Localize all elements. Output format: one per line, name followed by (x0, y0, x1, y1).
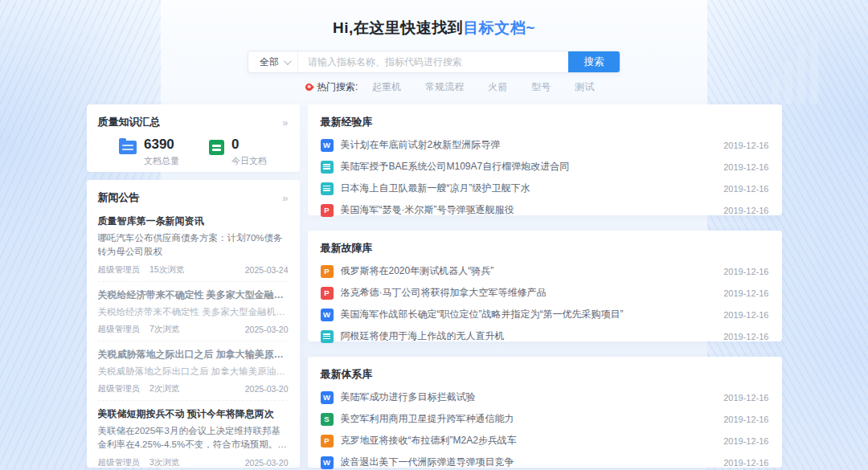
library-row[interactable]: P 克罗地亚将接收“布拉德利”M2A2步兵战车 2019-12-16 (321, 430, 769, 452)
search-button[interactable]: 搜索 (568, 51, 620, 72)
category-select[interactable]: 全部 (248, 51, 298, 72)
stat-label: 文档总量 (144, 155, 179, 167)
news-item-title[interactable]: 质量智库第一条新闻资讯 (98, 215, 289, 228)
library-row[interactable]: 美陆军授予BAE系统公司M109A7自行榴弹炮改进合同 2019-12-16 (321, 156, 769, 178)
library-row-date: 2019-12-16 (723, 206, 768, 215)
library-row[interactable]: P 美国海军“瑟曼·米尔斯”号导弹驱逐舰服役 2019-12-16 (321, 199, 769, 221)
news-item-date: 2025-03-20 (245, 458, 289, 468)
stat-item: 6390 文档总量 (119, 137, 179, 167)
hot-search-tag[interactable]: 测试 (575, 80, 594, 94)
library-row-title[interactable]: 美陆军成功进行多目标拦截试验 (341, 390, 707, 404)
library-row-title[interactable]: 美陆军授予BAE系统公司M109A7自行榴弹炮改进合同 (341, 160, 707, 174)
library-list: W 美计划在年底前试射2枚新型洲际导弹 2019-12-16 美陆军授予BAE系… (321, 134, 769, 221)
chevron-down-icon (284, 57, 292, 65)
news-item-meta: 超级管理员 15次浏览 2025-03-24 (98, 264, 289, 276)
excel-icon: S (321, 413, 334, 426)
library-row-date: 2019-12-16 (723, 393, 768, 403)
library-row-title[interactable]: 美计划在年底前试射2枚新型洲际导弹 (341, 138, 707, 152)
news-item-date: 2025-03-20 (245, 384, 289, 394)
library-row-date: 2019-12-16 (723, 332, 768, 341)
news-item-views: 15次浏览 (149, 264, 184, 276)
document-search-portal: Hi,在这里快速找到目标文档~ 全部 搜索 热门搜索: 起重机常规流程火箭型号测… (0, 0, 868, 470)
txt-icon (321, 330, 334, 343)
library-row-title[interactable]: 克罗地亚将接收“布拉德利”M2A2步兵战车 (341, 434, 707, 448)
hot-search-tag[interactable]: 常规流程 (425, 80, 464, 94)
txt-icon (321, 161, 334, 174)
library-card-title: 最新故障库 (321, 241, 373, 255)
library-row-date: 2019-12-16 (723, 310, 768, 320)
right-column: 最新经验库 W 美计划在年底前试射2枚新型洲际导弹 2019-12-16 美陆军… (308, 104, 782, 468)
library-row-title[interactable]: 日本海上自卫队最新一艘“凉月”级护卫舰下水 (341, 182, 707, 195)
library-row-title[interactable]: 俄罗斯将在2020年测试机器人“骑兵” (341, 264, 707, 278)
library-row[interactable]: S 美空军利用商用卫星提升跨军种通信能力 2019-12-16 (321, 408, 769, 430)
search-bar: 全部 搜索 (248, 51, 620, 73)
library-row-title[interactable]: 美空军利用商用卫星提升跨军种通信能力 (341, 412, 707, 426)
folder-icon (119, 141, 137, 154)
flame-icon (304, 82, 314, 92)
green-doc-icon (209, 140, 224, 155)
library-row-title[interactable]: 阿根廷将使用于海上作战的无人直升机 (341, 329, 707, 343)
news-item[interactable]: 关税威胁落地之际出口之后 加拿大输美原油量两年来最高 关税威胁落地之际出口之后 … (98, 341, 289, 401)
library-row-date: 2019-12-16 (723, 184, 768, 194)
page-title-highlight: 目标文档~ (463, 19, 535, 36)
txt-icon (321, 182, 334, 195)
hot-search-label: 热门搜索: (317, 80, 358, 94)
library-row-title[interactable]: 洛克希德·马丁公司将获得加拿大空军等维修产品 (341, 286, 707, 300)
library-row[interactable]: 阿根廷将使用于海上作战的无人直升机 2019-12-16 (321, 325, 769, 347)
news-item-meta: 超级管理员 7次浏览 2025-03-20 (98, 324, 289, 335)
hot-search-row: 热门搜索: 起重机常规流程火箭型号测试 (248, 80, 620, 94)
hot-search-tag[interactable]: 型号 (531, 80, 551, 94)
library-row[interactable]: W 美计划在年底前试射2枚新型洲际导弹 2019-12-16 (321, 134, 769, 156)
library-row-title[interactable]: 波音退出美下一代洲际弹道导弹项目竞争 (341, 456, 707, 469)
news-item-views: 3次浏览 (149, 457, 179, 468)
news-item-views: 7次浏览 (149, 324, 179, 335)
library-row-date: 2019-12-16 (723, 141, 768, 150)
library-card: 最新经验库 W 美计划在年底前试射2枚新型洲际导弹 2019-12-16 美陆军… (308, 104, 782, 215)
left-column: 质量知识汇总 » 6390 文档总量 0 今日文档 新闻公告 » 质量智库第一条… (87, 104, 300, 468)
news-item-author: 超级管理员 (98, 264, 141, 276)
ppt-icon: P (321, 265, 334, 278)
news-item-title[interactable]: 关税给经济带来不确定性 美多家大型金融机构裁员 (98, 288, 289, 302)
hot-search-tag[interactable]: 火箭 (488, 80, 507, 94)
stat-value: 0 (231, 137, 267, 153)
library-row[interactable]: 日本海上自卫队最新一艘“凉月”级护卫舰下水 2019-12-16 (321, 178, 769, 199)
category-select-value: 全部 (260, 55, 279, 69)
news-item-desc: 关税威胁落地之际出口之后 加拿大输美原油量两年来最高 (98, 365, 289, 378)
hot-search-tag[interactable]: 起重机 (372, 80, 401, 94)
word-icon: W (321, 139, 334, 152)
library-list: W 美陆军成功进行多目标拦截试验 2019-12-16S 美空军利用商用卫星提升… (321, 386, 769, 470)
news-card-more-icon[interactable]: » (282, 193, 288, 203)
news-item[interactable]: 美联储短期按兵不动 预计今年将降息两次 美联储在2025年3月的会议上决定维持联… (98, 401, 289, 468)
news-item-date: 2025-03-20 (245, 325, 289, 334)
library-list: P 俄罗斯将在2020年测试机器人“骑兵” 2019-12-16P 洛克希德·马… (321, 260, 769, 347)
library-row[interactable]: W 美国海军作战部长确定“职位定位”战略并指定为“第一优先采购项目” 2019-… (321, 304, 769, 325)
word-icon: W (321, 309, 334, 321)
word-icon: W (321, 391, 334, 404)
news-item-title[interactable]: 关税威胁落地之际出口之后 加拿大输美原油量两年来最高 (98, 348, 289, 362)
news-item-desc: 美联储在2025年3月的会议上决定维持联邦基金利率在4.25%-4.5%不变，符… (98, 424, 289, 452)
library-row-date: 2019-12-16 (723, 458, 768, 468)
news-item-meta: 超级管理员 2次浏览 2025-03-20 (98, 383, 289, 394)
search-input[interactable] (298, 51, 568, 72)
library-row[interactable]: W 波音退出美下一代洲际弹道导弹项目竞争 2019-12-16 (321, 452, 769, 470)
knowledge-summary-title: 质量知识汇总 (98, 115, 161, 129)
library-row-title[interactable]: 美国海军作战部长确定“职位定位”战略并指定为“第一优先采购项目” (341, 308, 707, 321)
stats-row: 6390 文档总量 0 今日文档 (98, 137, 289, 167)
library-row[interactable]: P 洛克希德·马丁公司将获得加拿大空军等维修产品 2019-12-16 (321, 282, 769, 304)
news-item-title[interactable]: 美联储短期按兵不动 预计今年将降息两次 (98, 407, 289, 421)
hero-section: Hi,在这里快速找到目标文档~ 全部 搜索 热门搜索: 起重机常规流程火箭型号测… (0, 0, 868, 94)
knowledge-summary-more-icon[interactable]: » (282, 117, 288, 128)
news-item[interactable]: 质量智库第一条新闻资讯 哪吒汽车公布供应商债务方案：计划70%债务转为母公司股权… (98, 208, 289, 282)
library-card-title: 最新经验库 (321, 115, 373, 129)
library-row-date: 2019-12-16 (723, 288, 768, 298)
library-row-title[interactable]: 美国海军“瑟曼·米尔斯”号导弹驱逐舰服役 (341, 203, 707, 217)
library-row-date: 2019-12-16 (723, 162, 768, 172)
library-row[interactable]: P 俄罗斯将在2020年测试机器人“骑兵” 2019-12-16 (321, 260, 769, 282)
news-item[interactable]: 关税给经济带来不确定性 美多家大型金融机构裁员 关税给经济带来不确定性 美多家大… (98, 282, 289, 341)
page-title: Hi,在这里快速找到目标文档~ (0, 18, 868, 39)
news-item-meta: 超级管理员 3次浏览 2025-03-20 (98, 457, 289, 468)
pdf-icon: P (321, 204, 334, 217)
library-row[interactable]: W 美陆军成功进行多目标拦截试验 2019-12-16 (321, 386, 769, 408)
library-row-date: 2019-12-16 (723, 436, 768, 446)
knowledge-summary-card: 质量知识汇总 » 6390 文档总量 0 今日文档 (87, 104, 300, 172)
